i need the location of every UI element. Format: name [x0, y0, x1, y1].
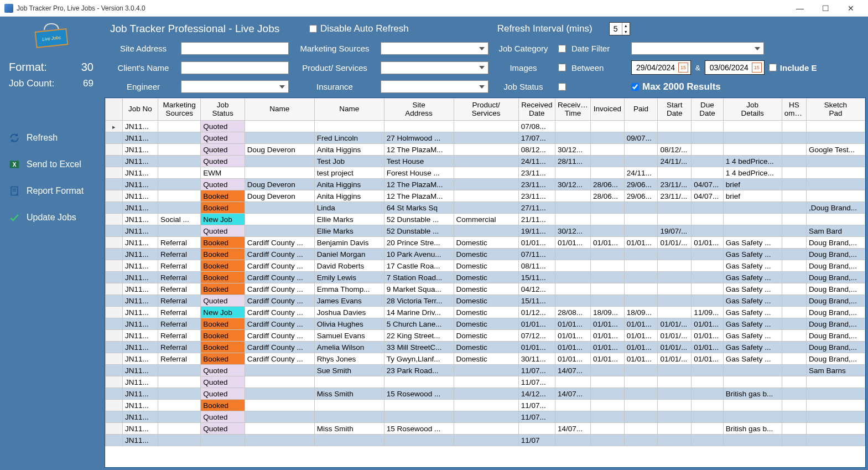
table-cell[interactable]: British gas b... [723, 423, 782, 435]
table-cell[interactable]: Gas Safety ... [723, 249, 782, 260]
table-cell[interactable]: Referral [158, 260, 200, 272]
table-cell[interactable] [158, 365, 200, 376]
table-cell[interactable] [624, 365, 658, 376]
table-row[interactable]: JN11...ReferralNew JobCardiff County ...… [106, 307, 865, 318]
table-cell[interactable]: 12 The PlazaM... [384, 190, 454, 202]
table-cell[interactable] [590, 295, 624, 307]
table-cell[interactable] [723, 214, 782, 225]
table-cell[interactable] [555, 202, 590, 214]
table-cell[interactable] [692, 202, 723, 214]
table-cell[interactable]: 12 The PlazaM... [384, 144, 454, 156]
table-cell[interactable]: 23 Park Road... [384, 365, 454, 376]
table-cell[interactable]: Quoted [201, 225, 245, 237]
table-cell[interactable] [158, 423, 200, 435]
table-row[interactable]: JN11...ReferralQuotedCardiff County ...J… [106, 295, 865, 307]
table-row[interactable]: JN11...QuotedEllie Marks52 Dunstable ...… [106, 225, 865, 237]
table-cell[interactable]: 19/11... [518, 225, 555, 237]
row-header[interactable] [106, 156, 123, 167]
table-row[interactable]: JN11...Quoted11/07... [106, 376, 865, 388]
table-cell[interactable] [245, 365, 314, 376]
row-header[interactable] [106, 190, 123, 202]
table-cell[interactable]: 08/12/... [658, 144, 692, 156]
table-cell[interactable]: 01/01... [692, 330, 723, 342]
table-cell[interactable]: 01/01... [555, 353, 590, 365]
table-cell[interactable]: Quoted [201, 179, 245, 190]
table-cell[interactable]: 1 4 bedPrice... [723, 167, 782, 179]
table-cell[interactable]: Gas Safety ... [723, 342, 782, 353]
table-cell[interactable] [658, 435, 692, 446]
table-cell[interactable] [692, 214, 723, 225]
table-cell[interactable] [692, 283, 723, 295]
table-cell[interactable]: 15/11... [518, 295, 555, 307]
table-cell[interactable]: 24/11... [518, 156, 555, 167]
table-cell[interactable] [590, 365, 624, 376]
table-cell[interactable]: JN11... [122, 423, 158, 435]
table-cell[interactable]: Domestic [454, 330, 518, 342]
table-row[interactable]: JN11...11/07 [106, 435, 865, 446]
table-cell[interactable] [555, 295, 590, 307]
table-cell[interactable]: 01/01... [518, 237, 555, 249]
table-cell[interactable]: 01/01... [692, 237, 723, 249]
table-cell[interactable] [454, 435, 518, 446]
table-cell[interactable]: Gas Safety ... [723, 295, 782, 307]
table-cell[interactable] [782, 132, 806, 144]
table-cell[interactable]: Quoted [201, 144, 245, 156]
table-cell[interactable]: Booked [201, 237, 245, 249]
row-header[interactable] [106, 260, 123, 272]
table-cell[interactable]: 64 St Marks Sq [384, 202, 454, 214]
table-row[interactable]: JN11...QuotedDoug DeveronAnita Higgins12… [106, 144, 865, 156]
table-cell[interactable] [806, 121, 865, 132]
table-cell[interactable]: Domestic [454, 307, 518, 318]
table-cell[interactable] [555, 376, 590, 388]
table-cell[interactable]: 30/11... [518, 353, 555, 365]
table-cell[interactable] [806, 376, 865, 388]
table-cell[interactable] [454, 423, 518, 435]
table-cell[interactable] [555, 272, 590, 283]
table-cell[interactable] [658, 167, 692, 179]
table-cell[interactable]: Anita Higgins [314, 179, 384, 190]
table-cell[interactable] [692, 272, 723, 283]
table-cell[interactable] [658, 249, 692, 260]
table-cell[interactable]: Booked [201, 353, 245, 365]
table-cell[interactable] [590, 121, 624, 132]
table-row[interactable]: JN11...Social ...New JobEllie Marks52 Du… [106, 214, 865, 225]
table-cell[interactable]: JN11... [122, 318, 158, 330]
table-cell[interactable]: JN11... [122, 121, 158, 132]
table-cell[interactable] [245, 376, 314, 388]
column-header[interactable]: HSomplet [782, 99, 806, 121]
table-cell[interactable]: Cardiff County ... [245, 307, 314, 318]
table-cell[interactable]: 5 Church Lane... [384, 318, 454, 330]
table-cell[interactable] [454, 121, 518, 132]
table-cell[interactable]: Cardiff County ... [245, 260, 314, 272]
table-cell[interactable] [454, 376, 518, 388]
table-cell[interactable]: 11/07... [518, 376, 555, 388]
table-cell[interactable]: 07/08... [518, 121, 555, 132]
table-cell[interactable] [806, 179, 865, 190]
date-from-input[interactable]: 29/04/2024 15 [631, 60, 691, 75]
table-cell[interactable] [158, 225, 200, 237]
table-cell[interactable]: Cardiff County ... [245, 283, 314, 295]
table-cell[interactable]: Domestic [454, 260, 518, 272]
table-cell[interactable] [590, 167, 624, 179]
table-cell[interactable]: Gas Safety ... [723, 272, 782, 283]
table-cell[interactable] [782, 411, 806, 423]
table-cell[interactable] [806, 190, 865, 202]
table-row[interactable]: JN11...QuotedDoug DeveronAnita Higgins12… [106, 179, 865, 190]
table-cell[interactable]: JN11... [122, 144, 158, 156]
table-cell[interactable] [782, 435, 806, 446]
refresh-interval-spinner[interactable]: ▲▼ [609, 22, 630, 35]
table-cell[interactable]: Doug Brand,... [806, 295, 865, 307]
table-cell[interactable]: Domestic [454, 283, 518, 295]
table-cell[interactable]: 52 Dunstable ... [384, 225, 454, 237]
table-cell[interactable]: 01/01/... [658, 318, 692, 330]
table-cell[interactable]: Domestic [454, 237, 518, 249]
table-cell[interactable] [806, 388, 865, 400]
table-cell[interactable] [158, 167, 200, 179]
table-cell[interactable] [555, 260, 590, 272]
table-cell[interactable] [806, 214, 865, 225]
table-cell[interactable] [158, 144, 200, 156]
table-cell[interactable]: test project [314, 167, 384, 179]
table-cell[interactable]: Quoted [201, 423, 245, 435]
table-cell[interactable]: Daniel Morgan [314, 249, 384, 260]
table-cell[interactable] [158, 202, 200, 214]
